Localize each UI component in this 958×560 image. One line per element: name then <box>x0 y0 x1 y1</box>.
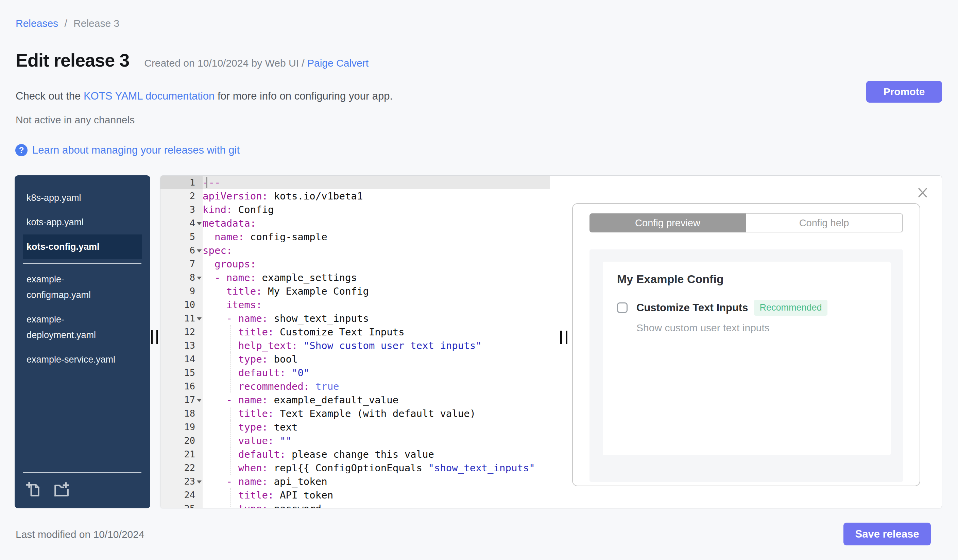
sidebar-item-k8s-app.yaml[interactable]: k8s-app.yaml <box>23 185 142 210</box>
git-releases-link[interactable]: Learn about managing your releases with … <box>32 144 240 156</box>
docs-hint-suffix: for more info on configuring your app. <box>217 90 393 102</box>
code-line-15: default: "0" <box>203 366 550 380</box>
sidebar-item-example-service.yaml[interactable]: example-service.yaml <box>23 347 142 372</box>
channel-status: Not active in any channels <box>16 114 135 126</box>
gutter-line-14: 14 <box>160 353 203 366</box>
editor-gutter: 1234567891011121314151617181920212223242… <box>160 176 203 508</box>
recommended-badge: Recommended <box>754 300 827 316</box>
created-author-link[interactable]: Paige Calvert <box>307 57 368 69</box>
fold-caret-icon[interactable] <box>197 481 201 484</box>
code-line-16: recommended: true <box>203 380 550 393</box>
file-list-bottom: example-configmap.yamlexample-deployment… <box>23 267 142 372</box>
breadcrumb-current: Release 3 <box>73 18 119 29</box>
fold-caret-icon[interactable] <box>197 317 201 320</box>
code-line-12: title: Customize Text Inputs <box>203 325 550 339</box>
gutter-line-6: 6 <box>160 244 203 257</box>
fold-caret-icon[interactable] <box>197 277 201 280</box>
breadcrumb-separator: / <box>64 18 67 29</box>
code-line-17: - name: example_default_value <box>203 393 550 407</box>
code-line-8: - name: example_settings <box>203 271 550 285</box>
code-line-18: title: Text Example (with default value) <box>203 407 550 420</box>
gutter-line-17: 17 <box>160 393 203 407</box>
code-line-11: - name: show_text_inputs <box>203 312 550 325</box>
gutter-line-8: 8 <box>160 271 203 285</box>
code-line-21: default: please change this value <box>203 448 550 461</box>
created-meta: Created on 10/10/2024 by Web UI / Paige … <box>144 57 368 69</box>
code-line-4: metadata: <box>203 217 550 230</box>
gutter-line-5: 5 <box>160 230 203 244</box>
config-item-row: Customize Text Inputs Recommended <box>617 300 828 316</box>
code-line-3: kind: Config <box>203 203 550 217</box>
breadcrumb-releases-link[interactable]: Releases <box>16 18 58 29</box>
fold-caret-icon[interactable] <box>197 399 201 402</box>
code-line-1: --- <box>203 176 550 189</box>
editor-resize-handle[interactable] <box>560 331 568 344</box>
save-release-button[interactable]: Save release <box>844 523 931 546</box>
gutter-line-4: 4 <box>160 217 203 230</box>
code-line-5: name: config-sample <box>203 230 550 244</box>
editor-code-area: ---apiVersion: kots.io/v1beta1kind: Conf… <box>203 176 550 508</box>
tab-config-preview[interactable]: Config preview <box>590 214 746 233</box>
code-line-19: type: text <box>203 420 550 434</box>
gutter-line-2: 2 <box>160 189 203 203</box>
file-sidebar: k8s-app.yamlkots-app.yamlkots-config.yam… <box>14 176 150 508</box>
close-icon[interactable] <box>916 186 929 199</box>
title-row: Edit release 3 Created on 10/10/2024 by … <box>16 50 368 71</box>
gutter-line-3: 3 <box>160 203 203 217</box>
gutter-line-23: 23 <box>160 475 203 488</box>
sidebar-item-example-deployment.yaml[interactable]: example-deployment.yaml <box>23 307 142 347</box>
code-line-9: title: My Example Config <box>203 285 550 298</box>
question-icon[interactable]: ? <box>15 144 27 156</box>
sidebar-item-kots-config.yaml[interactable]: kots-config.yaml <box>23 234 142 259</box>
code-line-22: when: repl{{ ConfigOptionEquals "show_te… <box>203 461 550 475</box>
sidebar-divider <box>23 263 141 264</box>
code-line-7: groups: <box>203 257 550 271</box>
code-line-20: value: "" <box>203 434 550 448</box>
fold-caret-icon[interactable] <box>197 222 201 225</box>
code-line-10: items: <box>203 298 550 312</box>
sidebar-footer <box>14 468 150 508</box>
gutter-line-24: 24 <box>160 488 203 502</box>
config-preview-card: Config preview Config help My Example Co… <box>572 203 920 486</box>
text-cursor <box>206 177 207 188</box>
tab-config-help[interactable]: Config help <box>746 214 903 233</box>
last-modified-text: Last modified on 10/10/2024 <box>16 529 144 540</box>
gutter-line-22: 22 <box>160 461 203 475</box>
code-line-25: type: password <box>203 502 550 508</box>
fold-caret-icon[interactable] <box>197 250 201 253</box>
code-line-14: type: bool <box>203 353 550 366</box>
preview-tabs: Config preview Config help <box>590 214 903 233</box>
config-item-label: Customize Text Inputs <box>636 302 748 314</box>
gutter-line-12: 12 <box>160 325 203 339</box>
yaml-code-editor[interactable]: 1234567891011121314151617181920212223242… <box>160 176 550 508</box>
gutter-line-9: 9 <box>160 285 203 298</box>
customize-text-inputs-checkbox[interactable] <box>617 302 628 313</box>
config-group-card: My Example Config Customize Text Inputs … <box>603 262 891 456</box>
docs-hint-prefix: Check out the <box>16 90 81 102</box>
sidebar-item-example-configmap.yaml[interactable]: example-configmap.yaml <box>23 267 142 307</box>
gutter-line-10: 10 <box>160 298 203 312</box>
gutter-line-21: 21 <box>160 448 203 461</box>
code-line-6: spec: <box>203 244 550 257</box>
breadcrumb: Releases / Release 3 <box>16 18 119 29</box>
code-line-2: apiVersion: kots.io/v1beta1 <box>203 189 550 203</box>
sidebar-item-kots-app.yaml[interactable]: kots-app.yaml <box>23 210 142 234</box>
code-line-23: - name: api_token <box>203 475 550 488</box>
gutter-line-19: 19 <box>160 420 203 434</box>
add-file-icon[interactable] <box>25 481 43 498</box>
add-folder-icon[interactable] <box>53 481 70 498</box>
kots-yaml-docs-link[interactable]: KOTS YAML documentation <box>84 90 214 102</box>
created-text: Created on 10/10/2024 by Web UI / <box>144 57 304 69</box>
code-line-24: title: API token <box>203 488 550 502</box>
file-list-top: k8s-app.yamlkots-app.yamlkots-config.yam… <box>23 185 142 259</box>
release-editor-panel: 1234567891011121314151617181920212223242… <box>160 176 942 508</box>
docs-hint: Check out the KOTS YAML documentation fo… <box>16 90 393 102</box>
gutter-line-13: 13 <box>160 339 203 353</box>
gutter-line-7: 7 <box>160 257 203 271</box>
page-title: Edit release 3 <box>16 50 129 71</box>
sidebar-resize-handle[interactable] <box>151 330 158 344</box>
config-group-title: My Example Config <box>617 272 724 286</box>
gutter-line-1: 1 <box>160 176 203 189</box>
promote-button[interactable]: Promote <box>866 81 942 103</box>
code-line-13: help_text: "Show custom user text inputs… <box>203 339 550 353</box>
